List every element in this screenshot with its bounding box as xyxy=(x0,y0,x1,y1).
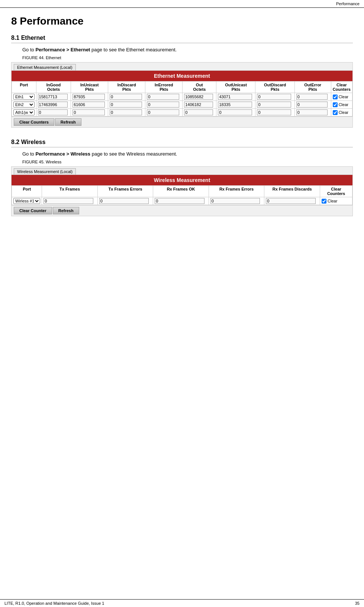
eth-port-select-2[interactable]: Ath1(wireless 1) xyxy=(13,109,35,115)
wl-clear-checkbox-0[interactable] xyxy=(322,199,326,204)
eth-input-2-2[interactable] xyxy=(110,109,142,115)
footer-right: 35 xyxy=(355,601,360,606)
eth-input-1-2[interactable] xyxy=(110,102,142,108)
eth-cell-0-4 xyxy=(183,93,216,101)
eth-input-1-4[interactable] xyxy=(184,102,213,108)
ethernet-refresh-button[interactable]: Refresh xyxy=(55,118,81,126)
ethernet-header-row: Port InGoodOctets InUnicastPkts InDiscar… xyxy=(12,82,352,93)
eth-col-inerrored: InErroredPkts xyxy=(145,82,183,93)
eth-input-2-4[interactable] xyxy=(184,109,213,115)
eth-cell-1-1 xyxy=(71,101,108,109)
wl-port-cell-0: Wirless #1 xyxy=(12,197,42,205)
eth-row-2: Ath1(wireless 1)Clear xyxy=(12,109,352,116)
eth-col-indiscard: InDiscardPkts xyxy=(108,82,145,93)
wl-input-0-0[interactable] xyxy=(44,198,93,204)
eth-cell-2-6 xyxy=(255,109,294,116)
eth-cell-2-3 xyxy=(145,109,183,116)
wireless-clear-button[interactable]: Clear Counter xyxy=(14,207,52,214)
wl-cell-0-2 xyxy=(153,197,209,205)
eth-input-1-6[interactable] xyxy=(257,102,291,108)
eth-row-0: Eth1Clear xyxy=(12,93,352,101)
wireless-table: Port Tx Frames Tx Frames Errors Rx Frame… xyxy=(12,185,352,205)
eth-cell-0-0 xyxy=(36,93,71,101)
wl-cell-0-1 xyxy=(97,197,153,205)
eth-input-0-0[interactable] xyxy=(38,94,68,100)
eth-input-1-1[interactable] xyxy=(73,102,104,108)
eth-input-0-3[interactable] xyxy=(147,94,179,100)
wl-col-txerr: Tx Frames Errors xyxy=(97,186,153,197)
eth-input-1-3[interactable] xyxy=(147,102,179,108)
wl-clear-label-0: Clear xyxy=(328,199,337,203)
section-title-ethernet: 8.1 Ethernet xyxy=(11,35,353,43)
eth-input-2-0[interactable] xyxy=(38,109,68,115)
figure-caption-ethernet: FIGURE 44. Ethernet xyxy=(22,55,353,60)
wl-cell-0-0 xyxy=(42,197,98,205)
eth-clear-label-0: Clear xyxy=(339,95,348,99)
wl-input-0-1[interactable] xyxy=(99,198,149,204)
wireless-button-row: Clear Counter Refresh xyxy=(12,205,352,216)
eth-port-cell-0: Eth1 xyxy=(12,93,36,101)
eth-input-2-7[interactable] xyxy=(296,109,328,115)
wl-input-0-4[interactable] xyxy=(266,198,316,204)
wireless-tab[interactable]: Wireless Measurement (Local) xyxy=(14,168,76,175)
ethernet-clear-button[interactable]: Clear Counters xyxy=(14,118,54,126)
ethernet-tab[interactable]: Ethernet Measurement (Local) xyxy=(14,64,76,70)
eth-input-2-1[interactable] xyxy=(73,109,104,115)
eth-input-1-7[interactable] xyxy=(296,102,328,108)
eth-cell-2-0 xyxy=(36,109,71,116)
eth-cell-1-2 xyxy=(108,101,145,109)
eth-input-2-5[interactable] xyxy=(218,109,252,115)
wl-port-select-0[interactable]: Wirless #1 xyxy=(13,198,40,204)
wl-col-clear: Clear Counters xyxy=(320,186,352,197)
section-desc-wireless: Go to Performance > Wireless page to see… xyxy=(22,151,353,157)
wl-input-0-3[interactable] xyxy=(210,198,260,204)
eth-clear-cell-0: Clear xyxy=(331,93,352,101)
wl-cell-0-4 xyxy=(264,197,320,205)
eth-port-select-1[interactable]: Eth2 xyxy=(13,102,35,108)
eth-cell-2-4 xyxy=(183,109,216,116)
eth-cell-1-4 xyxy=(183,101,216,109)
eth-cell-2-2 xyxy=(108,109,145,116)
wl-col-port: Port xyxy=(12,186,42,197)
eth-input-0-1[interactable] xyxy=(73,94,104,100)
eth-input-0-5[interactable] xyxy=(218,94,252,100)
eth-cell-0-2 xyxy=(108,93,145,101)
figure-caption-wireless: FIGURE 45. Wireless xyxy=(22,160,353,164)
wireless-tab-row: Wireless Measurement (Local) xyxy=(12,167,352,175)
eth-port-select-0[interactable]: Eth1 xyxy=(13,94,35,100)
wl-input-0-2[interactable] xyxy=(155,198,204,204)
eth-col-out: OutOctets xyxy=(183,82,216,93)
section-desc-ethernet: Go to Performance > Ethernet page to see… xyxy=(22,47,353,52)
eth-input-1-5[interactable] xyxy=(218,102,252,108)
eth-input-0-7[interactable] xyxy=(296,94,328,100)
eth-row-1: Eth2Clear xyxy=(12,101,352,109)
wireless-table-title: Wireless Measurement xyxy=(12,175,352,185)
page-header: Performance xyxy=(0,0,364,8)
eth-clear-cell-2: Clear xyxy=(331,109,352,116)
eth-col-port: Port xyxy=(12,82,36,93)
section-title-wireless: 8.2 Wireless xyxy=(11,139,353,147)
eth-cell-2-5 xyxy=(216,109,255,116)
eth-input-2-3[interactable] xyxy=(147,109,179,115)
eth-cell-1-6 xyxy=(255,101,294,109)
eth-input-2-6[interactable] xyxy=(257,109,291,115)
eth-cell-0-5 xyxy=(216,93,255,101)
eth-cell-0-3 xyxy=(145,93,183,101)
ethernet-measurement-container: Ethernet Measurement (Local) Ethernet Me… xyxy=(11,62,353,128)
ethernet-button-row: Clear Counters Refresh xyxy=(12,116,352,127)
section-wireless: 8.2 Wireless Go to Performance > Wireles… xyxy=(11,139,353,216)
wireless-refresh-button[interactable]: Refresh xyxy=(53,207,79,214)
eth-cell-1-0 xyxy=(36,101,71,109)
eth-input-0-4[interactable] xyxy=(184,94,213,100)
eth-cell-2-7 xyxy=(294,109,331,116)
header-title: Performance xyxy=(336,1,360,6)
eth-input-0-6[interactable] xyxy=(257,94,291,100)
wl-col-rxdisc: Rx Frames Discards xyxy=(264,186,320,197)
eth-clear-checkbox-2[interactable] xyxy=(333,110,338,115)
ethernet-table: Port InGoodOctets InUnicastPkts InDiscar… xyxy=(12,81,352,116)
eth-clear-checkbox-1[interactable] xyxy=(333,102,338,107)
eth-clear-cell-1: Clear xyxy=(331,101,352,109)
eth-clear-checkbox-0[interactable] xyxy=(333,95,338,99)
eth-input-0-2[interactable] xyxy=(110,94,142,100)
eth-input-1-0[interactable] xyxy=(38,102,68,108)
